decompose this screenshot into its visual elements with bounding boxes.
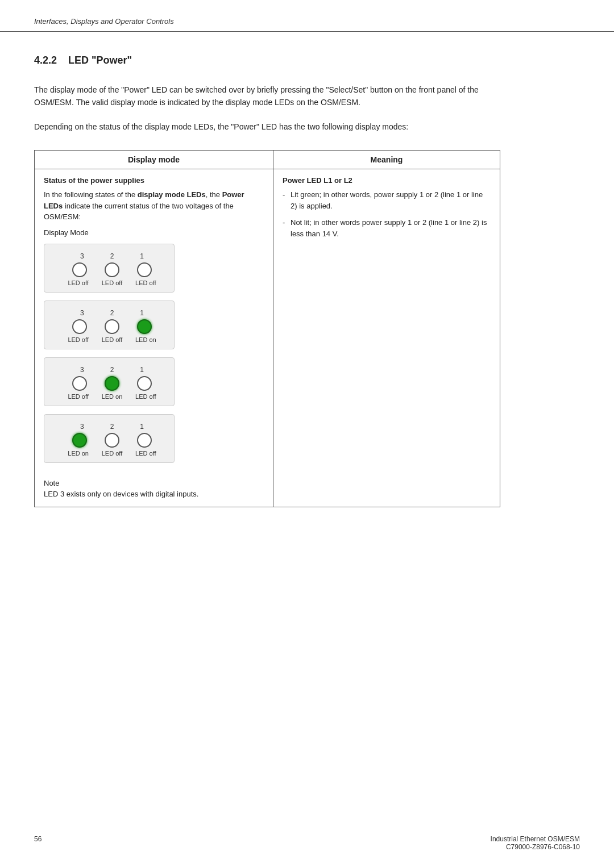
meaning-item-2: Not lit; in other words power supply 1 o… (283, 217, 491, 239)
led-group-3: 3 2 1 LED off LED on LED off (44, 357, 175, 406)
led-3-off (72, 262, 87, 277)
led-labels-1: LED off LED off LED off (61, 279, 163, 286)
note-text: LED 3 exists only on devices with digita… (44, 489, 264, 500)
section-heading: LED "Power" (68, 55, 132, 66)
led-numbers-4: 3 2 1 (61, 423, 163, 431)
led-circles-3 (61, 376, 163, 391)
page-content: 4.2.2 LED "Power" The display mode of th… (0, 32, 614, 541)
main-table: Display mode Meaning Status of the power… (34, 150, 500, 507)
table-body-row: Status of the power supplies In the foll… (35, 169, 500, 507)
led-labels-4: LED on LED off LED off (61, 450, 163, 457)
note-section: Note LED 3 exists only on devices with d… (44, 478, 264, 500)
led-2-off (105, 319, 119, 334)
led-1-off (137, 262, 152, 277)
led-circles-4 (61, 433, 163, 448)
page-footer: 56 Industrial Ethernet OSM/ESM C79000-Z8… (34, 835, 580, 851)
led-1-off (137, 376, 152, 391)
page-header: Interfaces, Displays and Operator Contro… (0, 0, 614, 32)
section-title: 4.2.2 LED "Power" (34, 55, 580, 66)
left-subheading: Status of the power supplies (44, 176, 264, 185)
led-numbers-2: 3 2 1 (61, 309, 163, 317)
left-description: In the following states of the display m… (44, 189, 264, 223)
led-group-1: 3 2 1 LED off LED off LED off (44, 244, 175, 293)
meaning-heading: Power LED L1 or L2 (283, 176, 491, 185)
led-3-on (72, 433, 87, 448)
led-2-off (105, 262, 119, 277)
intro-paragraph-2: Depending on the status of the display m… (34, 120, 500, 133)
footer-line1: Industrial Ethernet OSM/ESM (491, 835, 580, 843)
led-group-4: 3 2 1 LED on LED off LED off (44, 414, 175, 463)
led-group-2: 3 2 1 LED off LED off LED on (44, 301, 175, 349)
section-number: 4.2.2 (34, 55, 57, 66)
led-3-off (72, 319, 87, 334)
led-3-off (72, 376, 87, 391)
intro-paragraph-1: The display mode of the "Power" LED can … (34, 84, 500, 109)
meaning-item-1: Lit green; in other words, power supply … (283, 189, 491, 211)
led-numbers-3: 3 2 1 (61, 366, 163, 374)
display-mode-label: Display Mode (44, 228, 264, 237)
col-display-header: Display mode (35, 151, 273, 169)
cell-meaning: Power LED L1 or L2 Lit green; in other w… (273, 169, 500, 507)
led-numbers-1: 3 2 1 (61, 252, 163, 260)
led-2-on (105, 376, 119, 391)
note-label: Note (44, 478, 264, 489)
led-1-on (137, 319, 152, 334)
led-1-off (137, 433, 152, 448)
footer-right: Industrial Ethernet OSM/ESM C79000-Z8976… (491, 835, 580, 851)
led-circles-1 (61, 262, 163, 277)
col-meaning-header: Meaning (273, 151, 500, 169)
table-header-row: Display mode Meaning (35, 151, 500, 169)
header-title: Interfaces, Displays and Operator Contro… (34, 17, 174, 26)
page-number: 56 (34, 835, 42, 851)
footer-line2: C79000-Z8976-C068-10 (491, 843, 580, 851)
led-circles-2 (61, 319, 163, 334)
led-labels-3: LED off LED on LED off (61, 393, 163, 400)
led-2-off (105, 433, 119, 448)
led-labels-2: LED off LED off LED on (61, 336, 163, 343)
cell-display: Status of the power supplies In the foll… (35, 169, 273, 507)
